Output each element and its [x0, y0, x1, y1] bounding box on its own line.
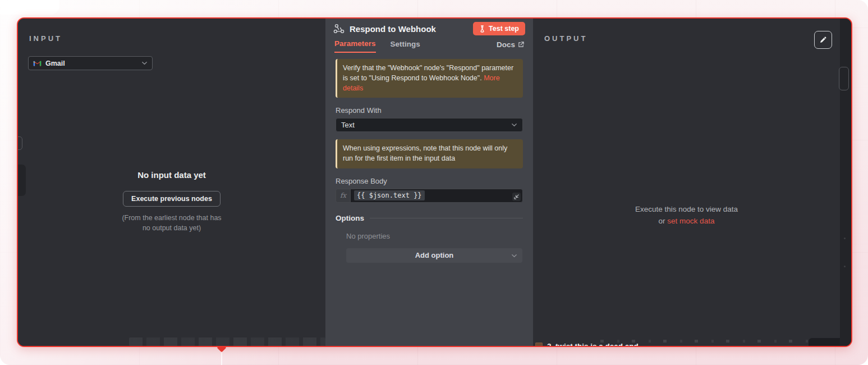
node-header: Respond to Webhook Test step	[325, 19, 533, 39]
output-panel-title: OUTPUT	[544, 34, 587, 43]
node-title: Respond to Webhook	[350, 24, 473, 34]
respond-with-value: Text	[341, 121, 511, 129]
chevron-down-icon	[511, 122, 517, 128]
webhook-respond-notice: Verify that the "Webhook" node's "Respon…	[336, 59, 523, 98]
gmail-icon	[33, 60, 42, 67]
external-link-icon	[518, 42, 524, 48]
edit-output-button[interactable]	[814, 31, 832, 49]
execute-previous-nodes-button[interactable]: Execute previous nodes	[123, 191, 221, 207]
strip-dot	[844, 238, 846, 239]
options-label: Options	[336, 214, 364, 222]
expand-expression-button[interactable]	[512, 193, 521, 201]
input-empty-caption: (From the earliest node that has no outp…	[18, 213, 325, 233]
expression-value: {{ $json.text }}	[354, 190, 425, 200]
docs-link[interactable]: Docs	[497, 40, 524, 52]
input-source-label: Gmail	[45, 60, 141, 67]
response-body-field: fx {{ $json.text }}	[336, 189, 523, 203]
respond-with-label: Respond With	[336, 106, 523, 115]
node-tabs: Parameters Settings Docs	[325, 39, 533, 53]
right-edge-strip	[840, 19, 851, 346]
options-section-header: Options	[336, 214, 523, 222]
input-panel-title: INPUT	[29, 34, 62, 43]
fx-icon[interactable]: fx	[336, 189, 350, 203]
chevron-down-icon	[511, 253, 517, 259]
set-mock-data-link[interactable]: set mock data	[667, 217, 714, 225]
response-body-label: Response Body	[336, 177, 523, 185]
tab-parameters[interactable]: Parameters	[334, 39, 376, 53]
test-step-button[interactable]: Test step	[473, 22, 525, 35]
webhook-icon	[333, 24, 345, 34]
clipped-output-item: 2. twist this is a dead end	[535, 342, 639, 347]
no-properties-text: No properties	[346, 232, 523, 240]
clipped-edge-tab	[17, 165, 26, 196]
input-panel: INPUT Gmail No input data yet Execute pr…	[18, 19, 325, 346]
input-empty-state: No input data yet Execute previous nodes…	[18, 170, 325, 233]
clipped-item-title: 2. twist this is a dead end	[547, 342, 639, 347]
expand-icon	[514, 194, 519, 199]
options-divider	[370, 218, 523, 218]
chevron-down-icon	[141, 60, 148, 66]
clipped-side-widget	[839, 67, 849, 90]
add-option-button[interactable]: Add option	[346, 248, 522, 263]
input-source-select[interactable]: Gmail	[28, 56, 153, 70]
clipped-edge-widget	[17, 136, 22, 150]
pencil-icon	[819, 36, 827, 44]
response-body-input[interactable]: {{ $json.text }}	[350, 189, 523, 203]
tab-settings[interactable]: Settings	[391, 40, 420, 52]
output-empty-line2: or set mock data	[533, 216, 840, 227]
expressions-notice: When using expressions, note that this n…	[336, 139, 523, 168]
clipped-item-icon	[535, 343, 543, 347]
background-node-ghost	[0, 0, 59, 15]
node-details-modal: INPUT Gmail No input data yet Execute pr…	[17, 17, 852, 347]
respond-with-select[interactable]: Text	[336, 118, 523, 132]
flask-icon	[479, 25, 485, 33]
workflow-canvas: INPUT Gmail No input data yet Execute pr…	[0, 0, 868, 365]
output-panel: OUTPUT Execute this node to view data or…	[533, 19, 840, 346]
node-parameters-body: Verify that the "Webhook" node's "Respon…	[325, 53, 533, 346]
output-empty-state: Execute this node to view data or set mo…	[533, 204, 840, 227]
input-empty-title: No input data yet	[18, 170, 325, 180]
node-settings-panel: Respond to Webhook Test step Parameters …	[325, 19, 533, 346]
clipped-bottom-ticks	[129, 337, 325, 346]
strip-dot	[844, 266, 846, 267]
output-empty-line1: Execute this node to view data	[533, 204, 840, 216]
